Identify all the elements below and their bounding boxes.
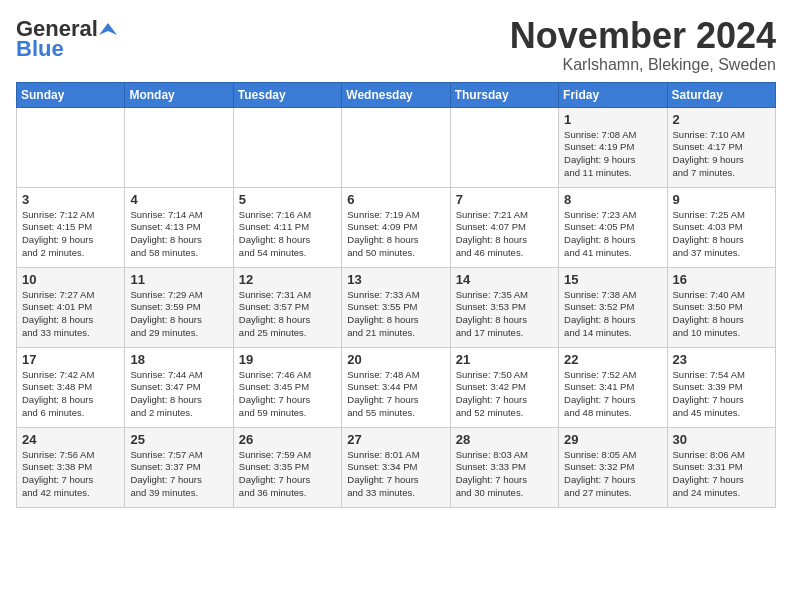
day-details: Sunrise: 7:10 AMSunset: 4:17 PMDaylight:… — [673, 129, 770, 180]
day-number: 3 — [22, 192, 119, 207]
day-details: Sunrise: 7:19 AMSunset: 4:09 PMDaylight:… — [347, 209, 444, 260]
logo: General Blue — [16, 16, 117, 62]
day-details: Sunrise: 7:42 AMSunset: 3:48 PMDaylight:… — [22, 369, 119, 420]
day-number: 4 — [130, 192, 227, 207]
logo-blue: Blue — [16, 36, 64, 62]
calendar-cell: 17Sunrise: 7:42 AMSunset: 3:48 PMDayligh… — [17, 347, 125, 427]
day-details: Sunrise: 7:38 AMSunset: 3:52 PMDaylight:… — [564, 289, 661, 340]
calendar-cell: 22Sunrise: 7:52 AMSunset: 3:41 PMDayligh… — [559, 347, 667, 427]
calendar-cell: 20Sunrise: 7:48 AMSunset: 3:44 PMDayligh… — [342, 347, 450, 427]
col-header-thursday: Thursday — [450, 82, 558, 107]
day-number: 6 — [347, 192, 444, 207]
day-number: 18 — [130, 352, 227, 367]
day-number: 28 — [456, 432, 553, 447]
calendar-cell: 6Sunrise: 7:19 AMSunset: 4:09 PMDaylight… — [342, 187, 450, 267]
day-number: 2 — [673, 112, 770, 127]
day-number: 29 — [564, 432, 661, 447]
day-number: 10 — [22, 272, 119, 287]
day-number: 15 — [564, 272, 661, 287]
logo-bird-icon — [99, 21, 117, 39]
calendar-cell — [125, 107, 233, 187]
day-details: Sunrise: 7:48 AMSunset: 3:44 PMDaylight:… — [347, 369, 444, 420]
col-header-monday: Monday — [125, 82, 233, 107]
day-number: 12 — [239, 272, 336, 287]
calendar-week-4: 17Sunrise: 7:42 AMSunset: 3:48 PMDayligh… — [17, 347, 776, 427]
calendar-cell: 15Sunrise: 7:38 AMSunset: 3:52 PMDayligh… — [559, 267, 667, 347]
calendar-cell: 30Sunrise: 8:06 AMSunset: 3:31 PMDayligh… — [667, 427, 775, 507]
day-details: Sunrise: 7:56 AMSunset: 3:38 PMDaylight:… — [22, 449, 119, 500]
day-number: 19 — [239, 352, 336, 367]
page-header: General Blue November 2024 Karlshamn, Bl… — [16, 16, 776, 74]
day-number: 24 — [22, 432, 119, 447]
calendar-cell: 19Sunrise: 7:46 AMSunset: 3:45 PMDayligh… — [233, 347, 341, 427]
calendar-week-2: 3Sunrise: 7:12 AMSunset: 4:15 PMDaylight… — [17, 187, 776, 267]
calendar-cell: 25Sunrise: 7:57 AMSunset: 3:37 PMDayligh… — [125, 427, 233, 507]
calendar-cell: 2Sunrise: 7:10 AMSunset: 4:17 PMDaylight… — [667, 107, 775, 187]
calendar-cell: 27Sunrise: 8:01 AMSunset: 3:34 PMDayligh… — [342, 427, 450, 507]
day-details: Sunrise: 7:35 AMSunset: 3:53 PMDaylight:… — [456, 289, 553, 340]
calendar-cell: 29Sunrise: 8:05 AMSunset: 3:32 PMDayligh… — [559, 427, 667, 507]
day-number: 13 — [347, 272, 444, 287]
calendar-cell: 9Sunrise: 7:25 AMSunset: 4:03 PMDaylight… — [667, 187, 775, 267]
calendar-cell: 16Sunrise: 7:40 AMSunset: 3:50 PMDayligh… — [667, 267, 775, 347]
day-details: Sunrise: 8:06 AMSunset: 3:31 PMDaylight:… — [673, 449, 770, 500]
calendar-cell: 13Sunrise: 7:33 AMSunset: 3:55 PMDayligh… — [342, 267, 450, 347]
day-details: Sunrise: 7:54 AMSunset: 3:39 PMDaylight:… — [673, 369, 770, 420]
calendar-cell: 10Sunrise: 7:27 AMSunset: 4:01 PMDayligh… — [17, 267, 125, 347]
calendar-cell: 5Sunrise: 7:16 AMSunset: 4:11 PMDaylight… — [233, 187, 341, 267]
day-number: 8 — [564, 192, 661, 207]
day-details: Sunrise: 7:31 AMSunset: 3:57 PMDaylight:… — [239, 289, 336, 340]
calendar-cell — [450, 107, 558, 187]
day-details: Sunrise: 7:29 AMSunset: 3:59 PMDaylight:… — [130, 289, 227, 340]
day-details: Sunrise: 7:23 AMSunset: 4:05 PMDaylight:… — [564, 209, 661, 260]
day-details: Sunrise: 8:03 AMSunset: 3:33 PMDaylight:… — [456, 449, 553, 500]
day-details: Sunrise: 7:12 AMSunset: 4:15 PMDaylight:… — [22, 209, 119, 260]
day-number: 11 — [130, 272, 227, 287]
calendar-cell: 3Sunrise: 7:12 AMSunset: 4:15 PMDaylight… — [17, 187, 125, 267]
calendar-cell: 12Sunrise: 7:31 AMSunset: 3:57 PMDayligh… — [233, 267, 341, 347]
calendar-cell: 14Sunrise: 7:35 AMSunset: 3:53 PMDayligh… — [450, 267, 558, 347]
calendar-cell: 23Sunrise: 7:54 AMSunset: 3:39 PMDayligh… — [667, 347, 775, 427]
calendar-table: SundayMondayTuesdayWednesdayThursdayFrid… — [16, 82, 776, 508]
day-details: Sunrise: 7:16 AMSunset: 4:11 PMDaylight:… — [239, 209, 336, 260]
location: Karlshamn, Blekinge, Sweden — [510, 56, 776, 74]
calendar-cell: 18Sunrise: 7:44 AMSunset: 3:47 PMDayligh… — [125, 347, 233, 427]
day-details: Sunrise: 8:05 AMSunset: 3:32 PMDaylight:… — [564, 449, 661, 500]
calendar-cell: 26Sunrise: 7:59 AMSunset: 3:35 PMDayligh… — [233, 427, 341, 507]
day-details: Sunrise: 7:50 AMSunset: 3:42 PMDaylight:… — [456, 369, 553, 420]
calendar-cell: 21Sunrise: 7:50 AMSunset: 3:42 PMDayligh… — [450, 347, 558, 427]
day-number: 7 — [456, 192, 553, 207]
calendar-cell: 4Sunrise: 7:14 AMSunset: 4:13 PMDaylight… — [125, 187, 233, 267]
day-details: Sunrise: 7:46 AMSunset: 3:45 PMDaylight:… — [239, 369, 336, 420]
day-number: 20 — [347, 352, 444, 367]
day-details: Sunrise: 7:59 AMSunset: 3:35 PMDaylight:… — [239, 449, 336, 500]
calendar-cell: 7Sunrise: 7:21 AMSunset: 4:07 PMDaylight… — [450, 187, 558, 267]
col-header-saturday: Saturday — [667, 82, 775, 107]
day-number: 14 — [456, 272, 553, 287]
title-block: November 2024 Karlshamn, Blekinge, Swede… — [510, 16, 776, 74]
calendar-cell: 28Sunrise: 8:03 AMSunset: 3:33 PMDayligh… — [450, 427, 558, 507]
day-details: Sunrise: 7:52 AMSunset: 3:41 PMDaylight:… — [564, 369, 661, 420]
calendar-cell: 1Sunrise: 7:08 AMSunset: 4:19 PMDaylight… — [559, 107, 667, 187]
day-number: 21 — [456, 352, 553, 367]
header-row: SundayMondayTuesdayWednesdayThursdayFrid… — [17, 82, 776, 107]
day-number: 27 — [347, 432, 444, 447]
day-details: Sunrise: 7:27 AMSunset: 4:01 PMDaylight:… — [22, 289, 119, 340]
day-number: 1 — [564, 112, 661, 127]
calendar-cell: 11Sunrise: 7:29 AMSunset: 3:59 PMDayligh… — [125, 267, 233, 347]
day-number: 5 — [239, 192, 336, 207]
day-details: Sunrise: 7:57 AMSunset: 3:37 PMDaylight:… — [130, 449, 227, 500]
calendar-week-5: 24Sunrise: 7:56 AMSunset: 3:38 PMDayligh… — [17, 427, 776, 507]
day-details: Sunrise: 7:14 AMSunset: 4:13 PMDaylight:… — [130, 209, 227, 260]
day-number: 25 — [130, 432, 227, 447]
day-details: Sunrise: 7:33 AMSunset: 3:55 PMDaylight:… — [347, 289, 444, 340]
calendar-week-1: 1Sunrise: 7:08 AMSunset: 4:19 PMDaylight… — [17, 107, 776, 187]
day-number: 16 — [673, 272, 770, 287]
day-number: 26 — [239, 432, 336, 447]
calendar-cell: 24Sunrise: 7:56 AMSunset: 3:38 PMDayligh… — [17, 427, 125, 507]
day-details: Sunrise: 7:08 AMSunset: 4:19 PMDaylight:… — [564, 129, 661, 180]
calendar-cell — [233, 107, 341, 187]
calendar-cell: 8Sunrise: 7:23 AMSunset: 4:05 PMDaylight… — [559, 187, 667, 267]
day-details: Sunrise: 7:44 AMSunset: 3:47 PMDaylight:… — [130, 369, 227, 420]
svg-marker-0 — [99, 23, 117, 35]
